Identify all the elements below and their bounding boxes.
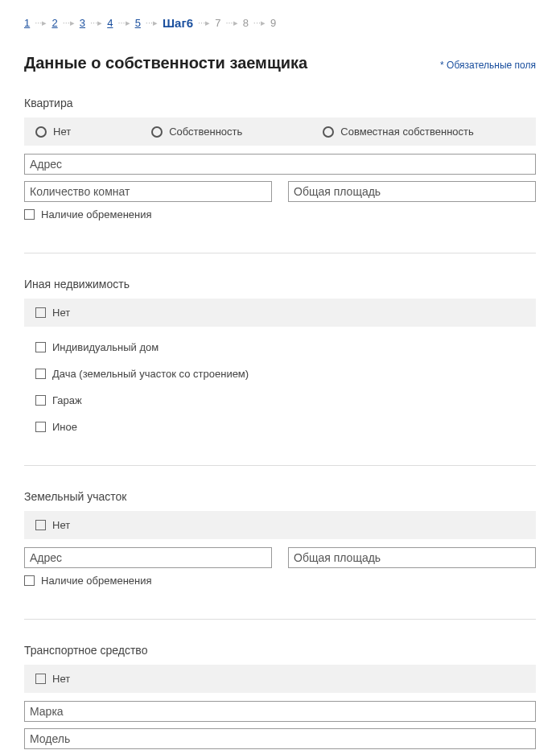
land-title: Земельный участок [24,490,536,503]
step-8: 8 [243,17,249,29]
apartment-fields: Наличие обременения [24,154,536,220]
apartment-opt-none-label: Нет [53,126,71,138]
apartment-address-input[interactable] [24,154,536,175]
checkbox-icon[interactable] [24,209,35,220]
other-realty-dacha-label: Дача (земельный участок со строением) [52,368,249,380]
step-current: Шаг6 [163,16,193,30]
required-note: * Обязательные поля [440,60,536,71]
arrow-icon: ···▸ [35,18,47,28]
radio-icon[interactable] [151,126,163,138]
page-root: 1 ···▸ 2 ···▸ 3 ···▸ 4 ···▸ 5 ···▸ Шаг6 … [0,0,560,750]
apartment-opt-none[interactable]: Нет [35,126,71,138]
land-fields: Наличие обременения [24,547,536,587]
checkbox-icon[interactable] [35,422,46,432]
land-area-input[interactable] [288,547,536,568]
checkbox-icon[interactable] [35,395,46,406]
step-9: 9 [270,17,276,29]
arrow-icon: ···▸ [225,18,237,28]
other-realty-other-label: Иное [52,421,77,433]
arrow-icon: ···▸ [63,18,75,28]
land-address-input[interactable] [24,547,272,568]
checkbox-icon[interactable] [35,342,46,352]
land-opt-none-label: Нет [52,519,70,531]
arrow-icon: ···▸ [198,18,210,28]
radio-icon[interactable] [35,126,47,138]
vehicle-model-input[interactable] [24,728,536,749]
section-land: Земельный участок Нет Наличие обременени… [24,490,536,587]
arrow-icon: ···▸ [90,18,102,28]
divider [24,619,536,620]
checkbox-icon[interactable] [35,674,46,684]
step-3[interactable]: 3 [80,17,85,29]
other-realty-none-bar: Нет [24,299,536,327]
other-realty-dacha[interactable]: Дача (земельный участок со строением) [35,368,525,380]
step-5[interactable]: 5 [135,17,141,29]
other-realty-other[interactable]: Иное [35,421,525,433]
page-title: Данные о собственности заемщика [24,54,307,72]
other-realty-list: Индивидуальный дом Дача (земельный участ… [24,327,536,433]
other-realty-garage-label: Гараж [52,394,82,406]
vehicle-brand-input[interactable] [24,701,536,722]
other-realty-title: Иная недвижимость [24,278,536,291]
step-2[interactable]: 2 [51,17,57,29]
section-vehicle: Транспортное средство Нет [24,644,536,750]
apartment-opt-own[interactable]: Собственность [151,126,242,138]
section-apartment: Квартира Нет Собственность Совместная со… [24,97,536,220]
land-none-bar: Нет [24,511,536,539]
apartment-area-input[interactable] [288,181,536,202]
arrow-icon: ···▸ [253,18,266,28]
apartment-encumbrance-label: Наличие обременения [41,208,152,220]
section-other-realty: Иная недвижимость Нет Индивидуальный дом… [24,278,536,433]
apartment-encumbrance-row[interactable]: Наличие обременения [24,208,536,220]
land-encumbrance-row[interactable]: Наличие обременения [24,575,536,587]
vehicle-none-bar: Нет [24,665,536,693]
header-row: Данные о собственности заемщика * Обязат… [24,54,536,72]
other-realty-house-label: Индивидуальный дом [52,341,159,353]
apartment-opt-joint[interactable]: Совместная собственность [323,126,474,138]
checkbox-icon[interactable] [35,307,46,318]
vehicle-opt-none[interactable]: Нет [35,673,70,685]
checkbox-icon[interactable] [24,575,35,586]
vehicle-fields [24,701,536,750]
step-1[interactable]: 1 [24,17,30,29]
step-7: 7 [215,17,220,29]
arrow-icon: ···▸ [117,18,130,28]
other-realty-opt-none[interactable]: Нет [35,307,70,319]
divider [24,253,536,253]
arrow-icon: ···▸ [146,18,158,28]
checkbox-icon[interactable] [35,520,46,530]
land-encumbrance-label: Наличие обременения [41,575,152,587]
other-realty-opt-none-label: Нет [52,307,70,319]
apartment-options-bar: Нет Собственность Совместная собственнос… [24,117,536,146]
vehicle-opt-none-label: Нет [52,673,70,685]
vehicle-title: Транспортное средство [24,644,536,657]
divider [24,465,536,466]
stepper: 1 ···▸ 2 ···▸ 3 ···▸ 4 ···▸ 5 ···▸ Шаг6 … [24,16,536,30]
apartment-rooms-input[interactable] [24,181,272,202]
other-realty-garage[interactable]: Гараж [35,394,525,406]
land-opt-none[interactable]: Нет [35,519,70,531]
checkbox-icon[interactable] [35,369,46,379]
radio-icon[interactable] [323,126,334,138]
other-realty-house[interactable]: Индивидуальный дом [35,341,525,353]
apartment-title: Квартира [24,97,536,109]
apartment-opt-joint-label: Совместная собственность [340,126,474,138]
step-4[interactable]: 4 [107,17,113,29]
apartment-opt-own-label: Собственность [169,126,242,138]
